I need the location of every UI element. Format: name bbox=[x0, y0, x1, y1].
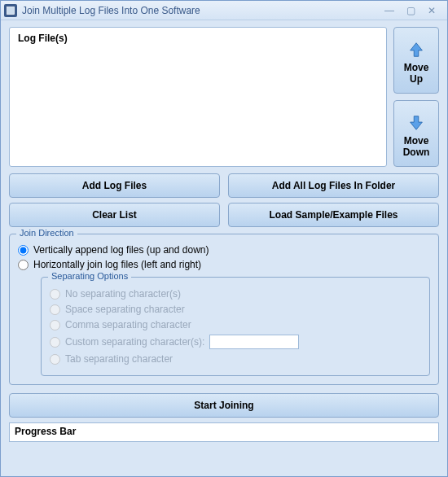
horizontal-join-input[interactable] bbox=[18, 260, 29, 270]
tab-separator-radio: Tab separating character bbox=[50, 353, 421, 365]
comma-separator-radio: Comma separating character bbox=[50, 319, 421, 330]
window-title: Join Multiple Log Files Into One Softwar… bbox=[22, 5, 200, 16]
content-area: Log File(s) Move Up Move Down Add Log Fi… bbox=[1, 20, 447, 476]
comma-separator-input bbox=[50, 320, 60, 330]
move-down-label-1: Move bbox=[404, 135, 429, 147]
close-button[interactable]: ✕ bbox=[424, 5, 439, 16]
app-window: Join Multiple Log Files Into One Softwar… bbox=[0, 0, 448, 477]
comma-separator-label: Comma separating character bbox=[65, 319, 191, 330]
clear-list-button[interactable]: Clear List bbox=[9, 203, 220, 227]
separating-options-legend: Separating Options bbox=[48, 271, 131, 281]
arrow-up-icon bbox=[407, 41, 425, 59]
progress-bar: Progress Bar bbox=[9, 422, 439, 442]
vertical-append-input[interactable] bbox=[18, 245, 29, 256]
tab-separator-input bbox=[50, 354, 60, 365]
titlebar: Join Multiple Log Files Into One Softwar… bbox=[1, 1, 447, 20]
join-direction-legend: Join Direction bbox=[16, 228, 77, 238]
move-up-label-1: Move bbox=[404, 62, 429, 73]
custom-separator-radio: Custom separating character(s): bbox=[50, 335, 421, 349]
progress-label: Progress Bar bbox=[15, 426, 76, 437]
space-separator-input bbox=[50, 304, 60, 315]
minimize-button[interactable]: — bbox=[382, 5, 397, 16]
horizontal-join-label: Horizontally join log files (left and ri… bbox=[33, 259, 201, 270]
no-separator-radio: No separating character(s) bbox=[50, 288, 421, 300]
add-log-files-button[interactable]: Add Log Files bbox=[9, 173, 220, 198]
add-folder-button[interactable]: Add All Log Files In Folder bbox=[228, 173, 439, 198]
log-files-list[interactable]: Log File(s) bbox=[9, 27, 387, 167]
space-separator-label: Space separating character bbox=[65, 304, 185, 315]
svg-rect-0 bbox=[7, 7, 15, 14]
custom-separator-label: Custom separating character(s): bbox=[65, 336, 204, 348]
arrow-down-icon bbox=[407, 114, 425, 132]
vertical-append-radio[interactable]: Vertically append log files (up and down… bbox=[18, 244, 430, 256]
no-separator-input bbox=[50, 289, 60, 300]
move-down-label-2: Down bbox=[403, 147, 430, 158]
custom-separator-field bbox=[209, 335, 299, 349]
move-up-button[interactable]: Move Up bbox=[393, 27, 439, 94]
move-down-button[interactable]: Move Down bbox=[393, 100, 439, 167]
log-files-header: Log File(s) bbox=[18, 33, 380, 44]
join-direction-group: Join Direction Vertically append log fil… bbox=[9, 234, 439, 385]
no-separator-label: No separating character(s) bbox=[65, 288, 181, 300]
space-separator-radio: Space separating character bbox=[50, 304, 421, 315]
start-joining-button[interactable]: Start Joining bbox=[9, 393, 439, 418]
horizontal-join-radio[interactable]: Horizontally join log files (left and ri… bbox=[18, 259, 430, 270]
load-sample-button[interactable]: Load Sample/Example Files bbox=[228, 203, 439, 227]
tab-separator-label: Tab separating character bbox=[65, 353, 173, 365]
separating-options-group: Separating Options No separating charact… bbox=[41, 277, 430, 376]
window-controls: — ▢ ✕ bbox=[382, 5, 444, 16]
move-up-label-2: Up bbox=[410, 73, 423, 85]
maximize-button[interactable]: ▢ bbox=[403, 5, 418, 16]
app-icon bbox=[4, 4, 17, 17]
vertical-append-label: Vertically append log files (up and down… bbox=[33, 244, 209, 256]
custom-separator-input bbox=[50, 337, 60, 348]
